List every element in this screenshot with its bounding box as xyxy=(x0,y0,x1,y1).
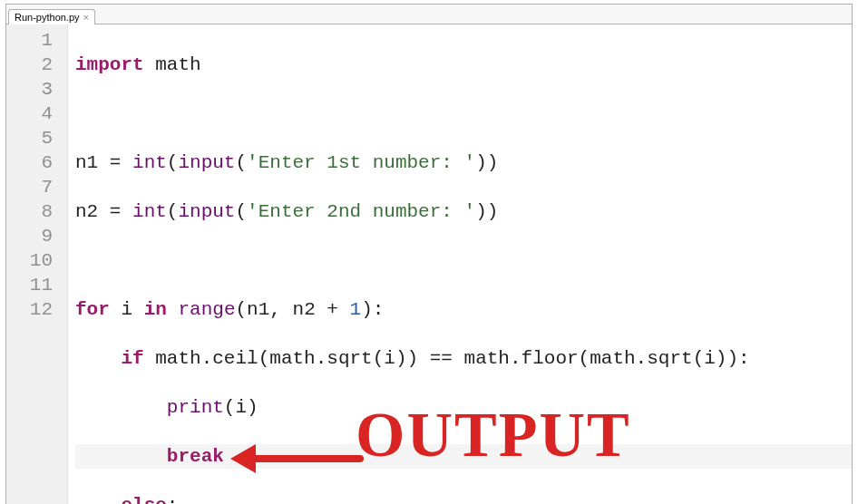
close-icon[interactable]: × xyxy=(83,13,89,23)
identifier: n1 xyxy=(75,152,98,173)
line-number: 8 xyxy=(6,199,53,224)
code-content[interactable]: import math n1 = int(input('Enter 1st nu… xyxy=(68,24,852,504)
line-number: 10 xyxy=(6,248,53,273)
line-number: 12 xyxy=(6,297,53,322)
string: 'Enter 1st number: ' xyxy=(247,152,475,173)
builtin: int xyxy=(132,152,167,173)
line-number: 5 xyxy=(6,126,53,150)
identifier: math xyxy=(155,54,200,75)
line-number: 6 xyxy=(6,150,53,175)
editor-tab-strip: Run-python.py × xyxy=(6,5,852,24)
line-number: 4 xyxy=(6,102,53,126)
code-area[interactable]: 1 2 3 4 5 6 7 8 9 10 11 12 import math n… xyxy=(6,24,852,504)
keyword: if xyxy=(121,348,143,369)
builtin: print xyxy=(167,397,224,418)
line-number: 1 xyxy=(6,28,53,53)
identifier: n2 xyxy=(75,201,98,222)
keyword: in xyxy=(144,299,167,320)
line-number: 11 xyxy=(6,273,53,297)
line-number: 3 xyxy=(6,77,53,102)
builtin: input xyxy=(178,152,235,173)
keyword: import xyxy=(75,54,144,75)
editor-panel: Run-python.py × 1 2 3 4 5 6 7 8 9 10 11 … xyxy=(5,4,853,504)
builtin: range xyxy=(178,299,235,320)
keyword: for xyxy=(75,299,110,320)
builtin: int xyxy=(132,201,167,222)
line-number: 7 xyxy=(6,175,53,199)
editor-tab-label: Run-python.py xyxy=(15,12,80,23)
number: 1 xyxy=(350,299,362,320)
keyword: else xyxy=(121,495,166,504)
string: 'Enter 2nd number: ' xyxy=(247,201,475,222)
line-number: 9 xyxy=(6,224,53,248)
editor-tab[interactable]: Run-python.py × xyxy=(8,9,95,24)
keyword: break xyxy=(167,446,224,467)
line-number: 2 xyxy=(6,53,53,77)
line-gutter: 1 2 3 4 5 6 7 8 9 10 11 12 xyxy=(6,24,68,504)
builtin: input xyxy=(178,201,235,222)
